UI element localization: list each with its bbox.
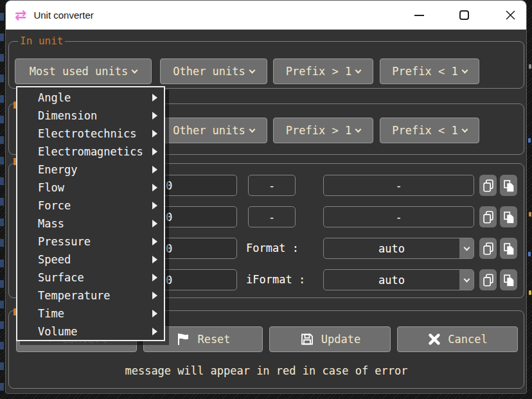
menu-item-label: Temperature <box>38 289 111 302</box>
menu-item-label: Speed <box>38 253 71 266</box>
other-units-button-in[interactable]: Other units <box>160 58 267 84</box>
prefix-lt1-button-in[interactable]: Prefix < 1 <box>380 58 479 84</box>
menu-item-electromagnetics[interactable]: Electromagnetics <box>17 143 164 161</box>
prefix-gt1-label: Prefix > 1 <box>286 124 351 137</box>
menu-item-mass[interactable]: Mass <box>17 215 164 233</box>
unit-field-1: - <box>248 175 296 196</box>
iformat-value: auto <box>324 270 459 290</box>
maximize-button[interactable] <box>449 1 479 30</box>
close-icon <box>505 10 516 21</box>
chevron-down-icon <box>461 67 468 73</box>
paste-icon <box>502 178 516 193</box>
titlebar[interactable]: ⇄ Unit converter <box>6 1 526 30</box>
paste-button-4[interactable] <box>500 269 517 290</box>
other-units-button-out[interactable]: Other units <box>160 118 267 143</box>
menu-item-label: Dimension <box>38 109 97 122</box>
submenu-arrow-icon <box>152 166 157 173</box>
menu-item-label: Mass <box>38 217 64 230</box>
menu-item-label: Flow <box>38 181 64 194</box>
minimize-button[interactable] <box>404 1 434 30</box>
copy-icon <box>481 241 495 256</box>
flag-icon <box>175 332 191 347</box>
desktop-speck <box>528 138 531 143</box>
unit-value: - <box>269 179 275 192</box>
menu-item-force[interactable]: Force <box>17 197 164 215</box>
prefix-lt1-label: Prefix < 1 <box>392 65 457 78</box>
prefix-gt1-button-out[interactable]: Prefix > 1 <box>273 118 373 143</box>
most-used-units-button[interactable]: Most used units <box>15 58 152 84</box>
submenu-arrow-icon <box>152 184 157 191</box>
paste-button-2[interactable] <box>500 206 517 227</box>
reset-label: Reset <box>197 333 230 346</box>
menu-item-flow[interactable]: Flow <box>17 179 164 197</box>
paste-button-1[interactable] <box>500 175 517 196</box>
copy-button-4[interactable] <box>479 269 497 290</box>
desktop-speck <box>529 212 531 217</box>
unit-category-menu: Angle Dimension Electrotechnics Electrom… <box>16 86 165 341</box>
menu-item-time[interactable]: Time <box>17 305 164 323</box>
chevron-down-icon[interactable] <box>459 238 474 258</box>
status-message: message will appear in red in case of er… <box>8 364 524 377</box>
submenu-arrow-icon <box>152 220 157 227</box>
menu-item-label: Force <box>38 199 71 212</box>
submenu-arrow-icon <box>152 130 157 137</box>
maximize-icon <box>459 10 469 20</box>
x-icon <box>427 332 441 346</box>
update-button[interactable]: Update <box>269 326 391 352</box>
submenu-arrow-icon <box>152 310 157 317</box>
submenu-arrow-icon <box>152 328 157 335</box>
chevron-down-icon <box>132 67 138 73</box>
menu-item-label: Angle <box>38 91 71 104</box>
menu-item-speed[interactable]: Speed <box>17 251 164 269</box>
copy-icon <box>481 178 495 193</box>
iformat-select[interactable]: auto <box>323 269 474 290</box>
menu-item-label: Volume <box>38 325 77 338</box>
submenu-arrow-icon <box>152 256 157 263</box>
prefix-lt1-label: Prefix < 1 <box>392 124 457 137</box>
menu-item-label: Surface <box>38 271 84 284</box>
unit-value: - <box>269 211 275 224</box>
desktop-speck <box>529 64 531 69</box>
result-value: - <box>395 211 402 224</box>
menu-item-dimension[interactable]: Dimension <box>17 107 164 125</box>
menu-item-angle[interactable]: Angle <box>17 89 164 107</box>
chevron-down-icon <box>249 67 255 73</box>
close-button[interactable] <box>495 1 525 30</box>
submenu-arrow-icon <box>152 274 157 281</box>
menu-item-label: Pressure <box>38 235 91 248</box>
menu-item-pressure[interactable]: Pressure <box>17 233 164 251</box>
format-label: Format : <box>246 238 299 259</box>
save-icon <box>299 332 315 347</box>
copy-icon <box>481 272 495 288</box>
format-select[interactable]: auto <box>323 238 474 259</box>
copy-button-1[interactable] <box>479 175 497 196</box>
menu-item-label: Electrotechnics <box>38 127 137 140</box>
prefix-lt1-button-out[interactable]: Prefix < 1 <box>380 118 479 143</box>
chevron-down-icon[interactable] <box>459 270 474 290</box>
submenu-arrow-icon <box>152 112 157 120</box>
unit-field-2: - <box>248 206 296 227</box>
result-field-2: - <box>323 206 474 227</box>
prefix-gt1-button-in[interactable]: Prefix > 1 <box>273 58 373 84</box>
submenu-arrow-icon <box>152 94 157 102</box>
menu-item-volume[interactable]: Volume <box>17 323 164 341</box>
paste-button-3[interactable] <box>500 238 517 259</box>
menu-item-label: Time <box>38 307 64 320</box>
copy-icon <box>481 209 495 225</box>
cancel-button[interactable]: Cancel <box>397 326 518 352</box>
submenu-arrow-icon <box>152 238 157 245</box>
format-value: auto <box>324 238 459 258</box>
most-used-units-label: Most used units <box>30 65 129 78</box>
swap-arrows-icon: ⇄ <box>15 8 26 22</box>
menu-item-temperature[interactable]: Temperature <box>17 287 164 305</box>
menu-item-electrotechnics[interactable]: Electrotechnics <box>17 125 164 143</box>
cancel-label: Cancel <box>448 333 487 346</box>
chevron-down-icon <box>249 126 255 132</box>
menu-item-label: Electromagnetics <box>38 145 143 158</box>
copy-button-3[interactable] <box>479 238 497 259</box>
minimize-icon <box>414 15 424 16</box>
copy-button-2[interactable] <box>479 206 497 227</box>
in-unit-group-label: In unit <box>18 35 65 48</box>
menu-item-surface[interactable]: Surface <box>17 269 164 287</box>
menu-item-energy[interactable]: Energy <box>17 161 164 179</box>
